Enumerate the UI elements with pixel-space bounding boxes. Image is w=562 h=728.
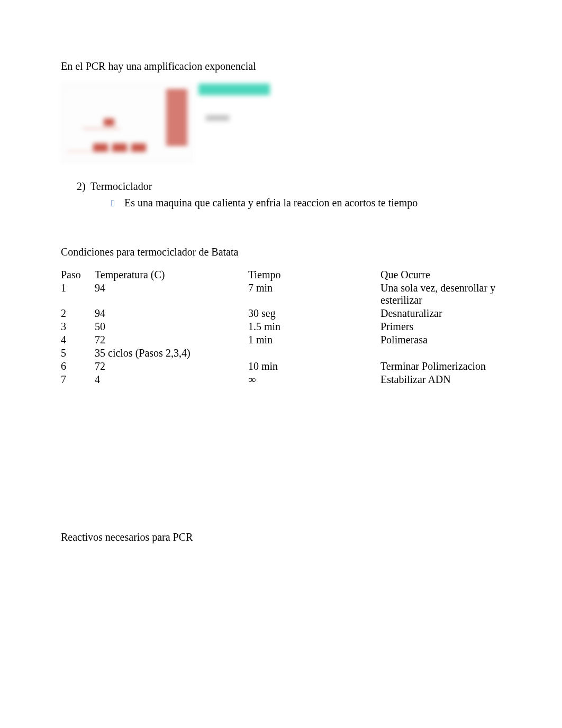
cell-temp: 72: [95, 360, 248, 373]
header-tiempo: Tiempo: [248, 268, 380, 281]
thermocycler-table: Paso Temperatura (C) Tiempo Que Ocurre 1…: [61, 268, 501, 386]
cell-paso: 3: [61, 320, 95, 333]
cell-paso: 5: [61, 347, 95, 360]
pcr-amplification-figure: [61, 84, 262, 166]
header-temp: Temperatura (C): [95, 268, 248, 281]
cell-tiempo: 30 seg: [248, 307, 380, 320]
reagents-title: Reactivos necesarios para PCR: [61, 529, 501, 545]
table-row: 6 72 10 min Terminar Polimerizacion: [61, 360, 501, 373]
cell-paso: 1: [61, 281, 95, 307]
table-row: 2 94 30 seg Desnaturalizar: [61, 307, 501, 320]
cell-que: Estabilizar ADN: [380, 373, 501, 386]
table-header-row: Paso Temperatura (C) Tiempo Que Ocurre: [61, 268, 501, 281]
cell-tiempo: ∞: [248, 373, 380, 386]
chart-left-panel: [61, 84, 193, 163]
cell-tiempo: 10 min: [248, 360, 380, 373]
cell-que: Primers: [380, 320, 501, 333]
cell-que: Una sola vez, desenrollar y esterilizar: [380, 281, 501, 307]
list-item-2: 2) Termociclador: [77, 180, 501, 193]
cell-temp: 94: [95, 307, 248, 320]
cell-paso: 7: [61, 373, 95, 386]
table-row: 5 35 ciclos (Pasos 2,3,4): [61, 347, 501, 360]
cell-paso: 2: [61, 307, 95, 320]
list-label: Termociclador: [90, 180, 152, 193]
header-que: Que Ocurre: [380, 268, 501, 281]
cell-que: [380, 347, 501, 360]
cell-tiempo: [248, 347, 380, 360]
conditions-title: Condiciones para termociclador de Batata: [61, 244, 501, 260]
cell-temp: 50: [95, 320, 248, 333]
cell-temp: 94: [95, 281, 248, 307]
chart-right-panel: [198, 84, 270, 163]
list-number: 2): [77, 180, 90, 193]
header-paso: Paso: [61, 268, 95, 281]
bullet-glyph: ▯: [111, 197, 124, 209]
cell-paso: 4: [61, 333, 95, 347]
bullet-thermocycler-desc: ▯ Es una maquina que calienta y enfria l…: [111, 197, 501, 209]
cell-temp: 35 ciclos (Pasos 2,3,4): [95, 347, 248, 360]
cell-temp: 4: [95, 373, 248, 386]
table-row: 1 94 7 min Una sola vez, desenrollar y e…: [61, 281, 501, 307]
intro-line: En el PCR hay una amplificacion exponenc…: [61, 58, 501, 74]
cell-tiempo: 7 min: [248, 281, 380, 307]
bullet-text: Es una maquina que calienta y enfria la …: [124, 197, 418, 209]
cell-tiempo: 1.5 min: [248, 320, 380, 333]
table-row: 7 4 ∞ Estabilizar ADN: [61, 373, 501, 386]
cell-que: Terminar Polimerizacion: [380, 360, 501, 373]
table-row: 4 72 1 min Polimerasa: [61, 333, 501, 347]
cell-que: Desnaturalizar: [380, 307, 501, 320]
cell-tiempo: 1 min: [248, 333, 380, 347]
cell-que: Polimerasa: [380, 333, 501, 347]
table-row: 3 50 1.5 min Primers: [61, 320, 501, 333]
cell-paso: 6: [61, 360, 95, 373]
cell-temp: 72: [95, 333, 248, 347]
